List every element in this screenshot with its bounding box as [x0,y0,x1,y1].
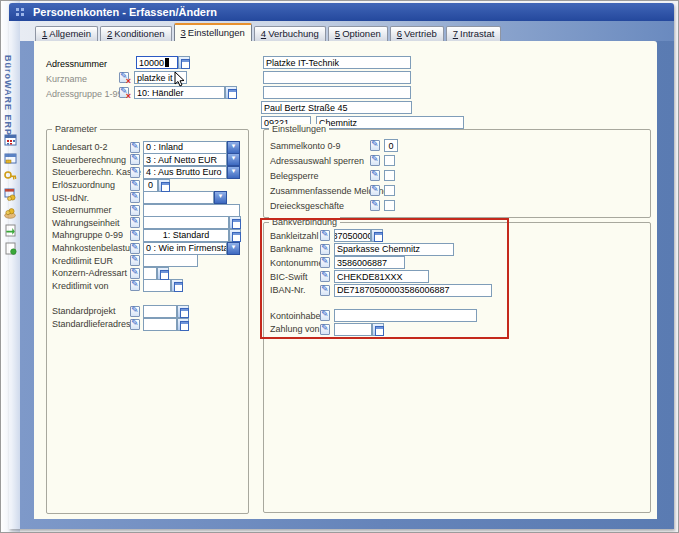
field-edit-icon[interactable] [370,140,380,151]
field-edit-icon[interactable] [320,310,330,321]
einstellungen-group-title: Einstellungen [269,124,329,135]
field-edit-icon[interactable] [370,200,380,211]
lookup-button[interactable] [372,323,384,336]
city-field[interactable]: Chemnitz [316,116,464,129]
field-edit-icon[interactable] [130,230,140,241]
form-row: Dreiecksgeschäfte [264,198,650,213]
form-row: Kontonummer3586006887 [264,256,650,270]
adressnummer-lookup-button[interactable] [178,56,190,69]
lookup-button[interactable] [158,179,170,192]
tab-allgemein[interactable]: 1Allgemein [35,26,98,41]
dropdown-arrow-icon[interactable] [227,153,240,166]
ust-idnr-dropdown[interactable] [143,191,227,204]
bankleitzahl-field[interactable]: 87050000 [334,229,383,242]
form-row: Standardlieferadresse [47,318,248,331]
dropdown-arrow-icon[interactable] [227,166,240,179]
waehrungseinheit-field[interactable] [143,216,241,229]
tab-strip: 1Allgemein 2Konditionen 3Einstellungen 4… [20,21,674,41]
field-edit-icon[interactable] [130,180,140,191]
window-titlebar: Personenkonten - Erfassen/Ändern [9,3,674,21]
adressnummer-label: Adressnummer [46,59,107,69]
name1-field[interactable]: Platzke IT-Technik [263,56,411,69]
lookup-button[interactable] [229,229,241,242]
steuerberechn-kasse-dropdown[interactable]: 4 : Aus Brutto Euro [143,166,240,179]
field-edit-icon[interactable] [320,244,330,255]
field-edit-icon[interactable] [130,255,140,266]
field-edit-icon[interactable] [130,142,140,153]
tab-intrastat[interactable]: 7Intrastat [446,26,502,41]
field-edit-icon[interactable] [130,167,140,178]
lookup-button[interactable] [229,216,241,229]
field-edit-icon[interactable] [130,280,140,291]
tab-einstellungen[interactable]: 3Einstellungen [174,23,252,41]
kontoinhaber-field[interactable] [334,309,477,322]
adressgruppe-field[interactable]: 10: Händler [134,86,237,99]
adressgruppe-label: Adressgruppe 1-99 [46,89,123,99]
form-row: Währungseinheit [47,217,248,230]
name2-field[interactable] [263,71,411,84]
bic-swift-field[interactable]: CHEKDE81XXX [334,270,429,283]
zahlung-von-field[interactable] [334,323,384,336]
field-edit-icon[interactable] [130,268,140,279]
bankname-field[interactable]: Sparkasse Chemnitz [334,243,454,256]
zusammenfassende-meldung-checkbox[interactable] [384,185,395,196]
einstellungen-groupbox: Einstellungen Sammelkonto 0-90 Adressaus… [263,129,651,218]
lookup-button[interactable] [371,229,383,242]
field-edit-icon[interactable] [320,230,330,241]
erloeszuordnung-field[interactable]: 0 [143,179,170,192]
form-row: Mahnkostenbelastung0 : Wie im Firmenstam… [47,242,248,255]
field-edit-icon[interactable] [130,154,140,165]
form-row: Kontoinhaber [264,309,650,323]
dreiecksgeschaefte-checkbox[interactable] [384,200,395,211]
iban-field[interactable]: DE71870500003586006887 [334,284,492,297]
standardprojekt-field[interactable] [143,305,189,318]
field-edit-icon[interactable] [130,319,140,330]
adressgruppe-clear-icon[interactable] [119,87,129,98]
mahnkostenbelastung-dropdown[interactable]: 0 : Wie im Firmenstamm eing [143,242,240,255]
landesart-dropdown[interactable]: 0 : Inland [143,141,240,154]
kurzname-label: Kurzname [46,74,87,84]
kreditlimit-eur-field[interactable] [143,254,198,267]
tab-verbuchung[interactable]: 4Verbuchung [254,26,326,41]
dropdown-arrow-icon[interactable] [227,141,240,154]
field-edit-icon[interactable] [320,285,330,296]
adressnummer-field[interactable]: 10000 [136,56,190,69]
field-edit-icon[interactable] [370,185,380,196]
belegsperre-checkbox[interactable] [384,170,395,181]
dropdown-arrow-icon[interactable] [214,191,227,204]
field-edit-icon[interactable] [130,192,140,203]
name3-field[interactable] [263,86,411,99]
lookup-button[interactable] [157,267,169,280]
kurzname-field[interactable]: platzke it [134,71,187,84]
tab-konditionen[interactable]: 2Konditionen [100,26,171,41]
kreditlimit-von-field[interactable] [143,279,183,292]
standardlieferadresse-field[interactable] [143,318,189,331]
adressauswahl-sperren-checkbox[interactable] [384,155,395,166]
lookup-button[interactable] [171,279,183,292]
steuernummer-field[interactable] [143,204,240,217]
field-edit-icon[interactable] [130,306,140,317]
kontonummer-field[interactable]: 3586006887 [334,256,405,269]
mahngruppe-field[interactable]: 1: Standard [143,229,241,242]
form-row: Erlöszuordnung0 [47,179,248,192]
steuerberechnung-dropdown[interactable]: 3 : Auf Netto EUR [143,153,240,166]
field-edit-icon[interactable] [320,257,330,268]
form-row: Standardprojekt [47,305,248,318]
lookup-button[interactable] [177,318,189,331]
field-edit-icon[interactable] [130,205,140,216]
kurzname-clear-icon[interactable] [119,72,129,83]
lookup-button[interactable] [177,305,189,318]
sammelkonto-field[interactable]: 0 [384,139,398,152]
field-edit-icon[interactable] [370,155,380,166]
tab-vertrieb[interactable]: 6Vertrieb [390,26,444,41]
konzern-adressart-field[interactable] [143,267,169,280]
field-edit-icon[interactable] [320,324,330,335]
field-edit-icon[interactable] [130,217,140,228]
adressgruppe-lookup-button[interactable] [225,86,237,99]
street-field[interactable]: Paul Bertz Straße 45 [261,101,412,114]
field-edit-icon[interactable] [130,243,140,254]
tab-optionen[interactable]: 5Optionen [328,26,388,41]
field-edit-icon[interactable] [320,271,330,282]
field-edit-icon[interactable] [370,170,380,181]
dropdown-arrow-icon[interactable] [227,242,240,255]
